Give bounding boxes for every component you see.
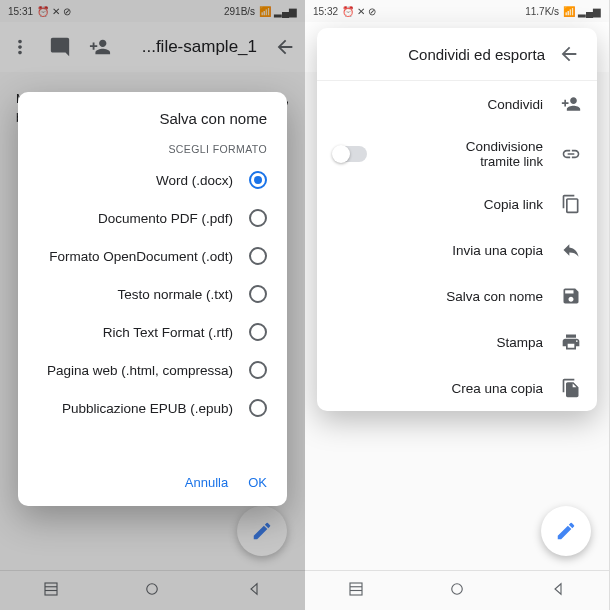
screen-right: 15:32 ⏰ ✕ ⊘ 11.7K/s 📶 ▂▄▆ Loremadipisc V… bbox=[305, 0, 610, 610]
format-option-pdf[interactable]: Documento PDF (.pdf) bbox=[18, 199, 287, 237]
dialog-title: Salva con nome bbox=[18, 110, 287, 133]
copy-icon bbox=[561, 193, 581, 215]
cancel-button[interactable]: Annulla bbox=[185, 475, 228, 490]
status-bar: 15:32 ⏰ ✕ ⊘ 11.7K/s 📶 ▂▄▆ bbox=[305, 0, 609, 22]
format-option-epub[interactable]: Pubblicazione EPUB (.epub) bbox=[18, 389, 287, 427]
ok-button[interactable]: OK bbox=[248, 475, 267, 490]
back-arrow-icon[interactable] bbox=[557, 42, 581, 66]
format-radio-list: Word (.docx) Documento PDF (.pdf) Format… bbox=[18, 161, 287, 463]
radio-icon bbox=[249, 361, 267, 379]
menu-item-link-sharing[interactable]: Condivisionetramite link bbox=[317, 127, 597, 181]
screen-left: 15:31 ⏰ ✕ ⊘ 291B/s 📶 ▂▄▆ file-sample_1..… bbox=[0, 0, 305, 610]
share-export-sheet: Condividi ed esporta Condividi Condivisi… bbox=[317, 28, 597, 411]
radio-icon bbox=[249, 171, 267, 189]
nav-back-icon[interactable] bbox=[549, 578, 567, 604]
nav-bar bbox=[305, 570, 609, 610]
radio-icon bbox=[249, 399, 267, 417]
dialog-subtitle: SCEGLI FORMATO bbox=[18, 133, 287, 161]
format-option-rtf[interactable]: Rich Text Format (.rtf) bbox=[18, 313, 287, 351]
save-as-dialog: Salva con nome SCEGLI FORMATO Word (.doc… bbox=[18, 92, 287, 506]
format-option-txt[interactable]: Testo normale (.txt) bbox=[18, 275, 287, 313]
format-option-html[interactable]: Pagina web (.html, compressa) bbox=[18, 351, 287, 389]
link-icon bbox=[561, 143, 581, 165]
nav-home-icon[interactable] bbox=[448, 578, 466, 604]
radio-icon bbox=[249, 209, 267, 227]
status-time: 15:32 bbox=[313, 6, 338, 17]
menu-item-save-as[interactable]: Salva con nome bbox=[317, 273, 597, 319]
sheet-header: Condividi ed esporta bbox=[317, 28, 597, 81]
save-icon bbox=[561, 285, 581, 307]
format-option-odt[interactable]: Formato OpenDocument (.odt) bbox=[18, 237, 287, 275]
radio-icon bbox=[249, 247, 267, 265]
svg-point-3 bbox=[452, 583, 463, 594]
menu-item-share[interactable]: Condividi bbox=[317, 81, 597, 127]
menu-item-print[interactable]: Stampa bbox=[317, 319, 597, 365]
reply-icon bbox=[561, 239, 581, 261]
edit-fab[interactable] bbox=[541, 506, 591, 556]
status-net: 11.7K/s bbox=[525, 6, 559, 17]
print-icon bbox=[561, 331, 581, 353]
dialog-actions: OK Annulla bbox=[18, 463, 287, 506]
radio-icon bbox=[249, 285, 267, 303]
menu-item-send-copy[interactable]: Invia una copia bbox=[317, 227, 597, 273]
file-copy-icon bbox=[561, 377, 581, 399]
format-option-docx[interactable]: Word (.docx) bbox=[18, 161, 287, 199]
menu-item-copy-link[interactable]: Copia link bbox=[317, 181, 597, 227]
link-sharing-switch[interactable] bbox=[333, 146, 367, 162]
menu-item-make-copy[interactable]: Crea una copia bbox=[317, 365, 597, 411]
nav-recent-icon[interactable] bbox=[347, 578, 365, 604]
svg-rect-0 bbox=[350, 583, 362, 595]
radio-icon bbox=[249, 323, 267, 341]
sheet-title: Condividi ed esporta bbox=[408, 46, 545, 63]
person-add-icon bbox=[561, 93, 581, 115]
